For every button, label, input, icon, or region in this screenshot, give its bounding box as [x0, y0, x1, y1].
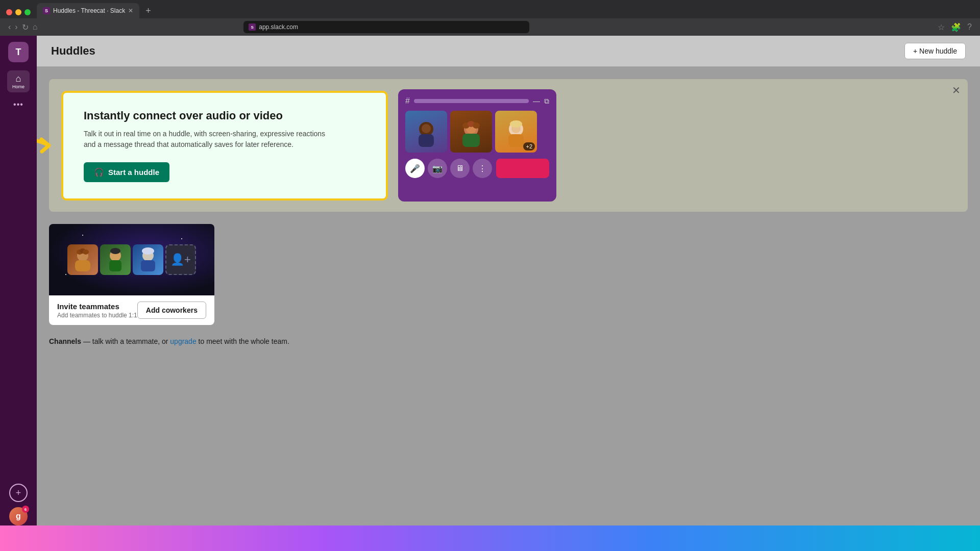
add-coworkers-button[interactable]: Add coworkers — [137, 302, 206, 319]
team-member-2 — [105, 247, 126, 272]
avatar-row: 👤+ — [67, 244, 196, 275]
team-avatar-1 — [67, 244, 98, 275]
svg-rect-23 — [141, 260, 155, 271]
hero-section: Instantly connect over audio or video Ta… — [49, 79, 968, 212]
participant-2 — [450, 111, 492, 153]
hash-icon: # — [405, 96, 410, 106]
page-title: Huddles — [51, 44, 95, 58]
screen-share-button[interactable]: 🖥 — [450, 159, 470, 178]
tab-favicon: S — [43, 7, 50, 14]
traffic-lights — [6, 9, 31, 15]
help-icon[interactable]: ? — [967, 22, 972, 32]
close-button[interactable]: ✕ — [952, 84, 961, 96]
home-icon: ⌂ — [16, 73, 21, 84]
channels-middle: — talk with a teammate, or — [83, 337, 170, 345]
team-member-3 — [138, 247, 158, 272]
page-header: Huddles + New huddle — [37, 36, 980, 67]
forward-button[interactable]: › — [15, 22, 17, 32]
arrow-svg — [37, 125, 85, 166]
svg-point-8 — [473, 122, 480, 129]
address-favicon: S — [249, 23, 256, 31]
notification-badge: 6 — [22, 506, 29, 513]
svg-point-2 — [422, 124, 431, 133]
svg-rect-1 — [419, 134, 434, 147]
url-text: app.slack.com — [259, 23, 298, 31]
svg-rect-17 — [75, 260, 90, 271]
traffic-light-yellow[interactable] — [15, 9, 21, 15]
invite-bottom: Invite teammates Add teammates to huddle… — [49, 295, 214, 325]
channels-label: Channels — [49, 337, 81, 345]
channels-suffix: to meet with the whole team. — [199, 337, 289, 345]
user-avatar-g[interactable]: g 6 — [9, 507, 28, 525]
invite-text: Invite teammates Add teammates to huddle… — [57, 302, 137, 319]
invite-title: Invite teammates — [57, 302, 137, 311]
svg-point-16 — [83, 249, 89, 255]
new-huddle-button[interactable]: + New huddle — [904, 43, 966, 59]
svg-rect-20 — [109, 260, 121, 271]
participant-3: +2 — [495, 111, 537, 153]
camera-button[interactable]: 📷 — [428, 159, 447, 178]
tab-bar: S Huddles - Threecat · Slack ✕ + — [0, 0, 980, 18]
gradient-footer — [0, 525, 980, 551]
bookmark-icon[interactable]: ☆ — [938, 22, 945, 32]
huddle-controls: 🎤 📷 🖥 ⋮ — [405, 159, 549, 178]
refresh-button[interactable]: ↻ — [22, 22, 29, 32]
expand-icon[interactable]: ⧉ — [544, 97, 549, 106]
channel-bar — [414, 99, 529, 103]
team-member-1 — [72, 247, 93, 272]
mic-button[interactable]: 🎤 — [405, 159, 425, 178]
team-avatar-3 — [133, 244, 163, 275]
sidebar-item-more[interactable]: ••• — [7, 96, 30, 113]
add-person-icon: 👤+ — [170, 253, 191, 266]
extensions-icon[interactable]: 🧩 — [951, 22, 961, 32]
participant-grid: +2 — [405, 111, 549, 153]
add-workspace-button[interactable]: + — [9, 484, 28, 502]
more-participants-badge: +2 — [523, 142, 535, 151]
app: T ⌂ Home ••• + g 6 J Huddles + New huddl… — [0, 36, 980, 551]
address-bar[interactable]: S app.slack.com — [243, 21, 529, 33]
sidebar-item-home[interactable]: ⌂ Home — [7, 70, 30, 92]
start-huddle-label: Start a huddle — [108, 168, 159, 177]
team-avatar-2 — [100, 244, 131, 275]
yellow-arrow-annotation — [37, 125, 85, 166]
svg-rect-10 — [508, 134, 524, 147]
back-button[interactable]: ‹ — [8, 22, 11, 32]
main-content: Huddles + New huddle Instantly connect o… — [37, 36, 980, 551]
minimize-icon[interactable]: — — [533, 97, 540, 105]
invite-subtitle: Add teammates to huddle 1:1 — [57, 312, 137, 319]
home-label: Home — [12, 84, 24, 89]
end-call-button[interactable] — [496, 159, 549, 178]
huddle-preview-card: # — ⧉ — [398, 89, 556, 202]
svg-point-22 — [142, 247, 154, 255]
upgrade-link[interactable]: upgrade — [170, 337, 196, 345]
participant-1 — [405, 111, 447, 153]
svg-point-19 — [110, 248, 120, 254]
browser-actions: ☆ 🧩 ? — [938, 22, 972, 32]
new-tab-button[interactable]: + — [141, 6, 155, 16]
hero-description: Talk it out in real time on a huddle, wi… — [84, 129, 339, 150]
home-button[interactable]: ⌂ — [33, 22, 38, 32]
more-options-button[interactable]: ⋮ — [473, 159, 492, 178]
more-icon: ••• — [13, 100, 23, 109]
svg-point-12 — [510, 120, 522, 128]
traffic-light-red[interactable] — [6, 9, 12, 15]
workspace-icon[interactable]: T — [8, 42, 29, 62]
start-huddle-button[interactable]: 🎧 Start a huddle — [84, 162, 169, 182]
team-avatar-add[interactable]: 👤+ — [165, 244, 196, 275]
invite-section: 👤+ Invite teammates Add teammates to hud… — [49, 224, 214, 325]
tab-close-icon[interactable]: ✕ — [128, 7, 133, 14]
participant-2-avatar — [458, 119, 484, 149]
channels-text: Channels — talk with a teammate, or upgr… — [49, 337, 968, 345]
svg-rect-4 — [462, 134, 480, 147]
browser-chrome: S Huddles - Threecat · Slack ✕ + ‹ › ↻ ⌂… — [0, 0, 980, 36]
highlight-box: Instantly connect over audio or video Ta… — [61, 91, 388, 201]
active-tab[interactable]: S Huddles - Threecat · Slack ✕ — [37, 3, 139, 18]
hero-title: Instantly connect over audio or video — [84, 109, 365, 122]
slim-sidebar: T ⌂ Home ••• + g 6 J — [0, 36, 37, 551]
content-area: Instantly connect over audio or video Ta… — [37, 67, 980, 551]
nav-bar: ‹ › ↻ ⌂ S app.slack.com ☆ 🧩 ? — [0, 18, 980, 36]
participant-1-avatar — [413, 119, 439, 149]
invite-image: 👤+ — [49, 224, 214, 295]
tab-title: Huddles - Threecat · Slack — [53, 7, 125, 14]
traffic-light-green[interactable] — [24, 9, 31, 15]
